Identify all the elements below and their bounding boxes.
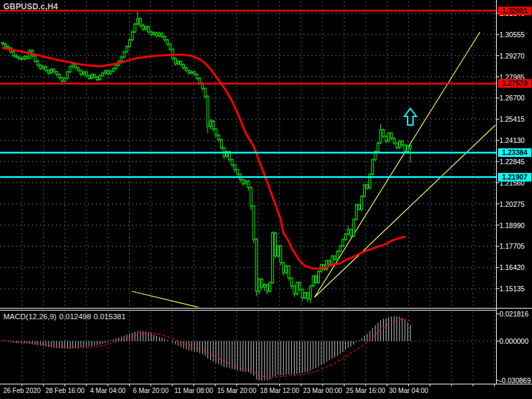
candle-body — [404, 145, 406, 152]
candle-body — [382, 130, 384, 136]
candle-body — [372, 160, 374, 174]
candle-body — [358, 205, 360, 209]
candle-body — [385, 136, 387, 141]
candle-body — [102, 73, 104, 76]
up-arrow-shape[interactable] — [404, 108, 416, 125]
candle-body — [104, 70, 106, 73]
candle-body — [380, 130, 382, 143]
candle-body — [288, 266, 290, 278]
candle-body — [148, 27, 150, 32]
price-tick-label: 1.22845 — [499, 158, 525, 166]
candle-body — [247, 181, 249, 188]
candle-body — [366, 185, 368, 188]
candle-body — [112, 68, 114, 71]
candle-body — [34, 56, 36, 61]
candle-body — [304, 293, 306, 298]
time-tick-label: 30 Mar 04:00 — [389, 387, 428, 394]
candle-body — [342, 239, 344, 246]
macd-axis-top: 0.021816 — [499, 310, 529, 318]
price-tick-label: 1.29270 — [499, 52, 525, 60]
panel-borders — [0, 0, 532, 384]
candle-body — [177, 61, 179, 64]
candle-body — [88, 76, 90, 78]
candle-body — [334, 256, 336, 259]
candle-body — [280, 246, 282, 263]
candle-body — [126, 47, 128, 52]
candle-body — [166, 40, 168, 44]
candle-body — [377, 143, 379, 152]
price-tag-support-1[interactable]: 1.23384 — [498, 148, 531, 157]
candle-body — [250, 188, 252, 206]
trendline-up-steep[interactable] — [315, 32, 480, 297]
candle-body — [266, 285, 268, 291]
price-tag-support-2[interactable]: 1.21907 — [498, 173, 531, 182]
up-arrow-icon[interactable] — [404, 108, 416, 125]
candle-body — [355, 205, 357, 219]
time-tick-label: 18 Mar 12:00 — [260, 387, 299, 394]
candle-body — [123, 52, 125, 57]
candle-body — [318, 271, 320, 283]
time-tick-label: 11 Mar 08:00 — [174, 387, 213, 394]
candle-body — [272, 233, 274, 283]
candle-body — [191, 72, 193, 73]
candlestick-series — [2, 11, 412, 303]
candle-body — [110, 71, 112, 74]
candle-body — [145, 27, 147, 29]
candle-body — [212, 121, 214, 129]
candle-body — [48, 70, 50, 73]
time-tick-label: 6 Mar 20:00 — [133, 387, 168, 394]
trading-chart-window: GBPUSD.c,H4 MACD(12,26,9)0.0124980.01538… — [0, 0, 532, 399]
candle-body — [336, 251, 338, 259]
time-tick-label: 25 Mar 16:00 — [346, 387, 385, 394]
candle-body — [69, 66, 71, 72]
chart-canvas[interactable] — [0, 0, 532, 399]
candle-body — [209, 121, 211, 126]
candle-body — [164, 37, 166, 40]
candle-body — [217, 135, 219, 140]
time-tick-label: 23 Mar 00:00 — [303, 387, 342, 394]
price-tick-label: 1.26700 — [499, 94, 525, 102]
candle-body — [331, 256, 333, 265]
axis-ticks — [22, 13, 499, 386]
price-tick-label: 1.25415 — [499, 115, 525, 123]
candle-body — [18, 57, 20, 59]
candle-body — [231, 160, 233, 165]
candle-body — [258, 279, 260, 291]
price-tick-label: 1.17705 — [499, 242, 525, 250]
candle-body — [263, 285, 265, 287]
candle-body — [37, 61, 39, 65]
time-tick-label: 28 Feb 16:00 — [45, 387, 84, 394]
candle-body — [115, 65, 117, 68]
candle-body — [407, 146, 409, 152]
candle-body — [128, 40, 130, 47]
candle-body — [169, 44, 171, 49]
candle-body — [315, 276, 317, 283]
candle-body — [120, 57, 122, 61]
price-tag-resistance-1[interactable]: 1.32001 — [498, 7, 531, 15]
candle-body — [72, 64, 74, 66]
horizontal-level-lines[interactable] — [0, 11, 496, 177]
macd-indicator — [3, 316, 410, 380]
candle-body — [296, 283, 298, 294]
candle-body — [150, 32, 152, 35]
candle-body — [360, 196, 362, 209]
macd-label: MACD(12,26,9)0.0124980.015381 — [3, 313, 128, 321]
price-tag-resistance-2[interactable]: 1.27570 — [498, 79, 531, 88]
candle-body — [137, 19, 139, 24]
candle-body — [51, 69, 53, 73]
candle-body — [215, 129, 217, 135]
candle-body — [220, 140, 222, 148]
candle-body — [194, 72, 196, 74]
candle-body — [275, 233, 277, 256]
candle-body — [142, 25, 144, 29]
candle-body — [158, 33, 160, 36]
macd-signal-line — [3, 319, 410, 378]
candle-body — [307, 293, 309, 299]
candle-body — [39, 65, 41, 68]
time-tick-label: 26 Feb 2020 — [3, 387, 41, 394]
candle-body — [396, 143, 398, 148]
trendline-down-left[interactable] — [132, 291, 207, 309]
trendlines[interactable] — [132, 32, 495, 309]
price-tick-label: 1.15135 — [499, 285, 525, 293]
symbol-period-label: GBPUSD.c,H4 — [3, 2, 58, 11]
